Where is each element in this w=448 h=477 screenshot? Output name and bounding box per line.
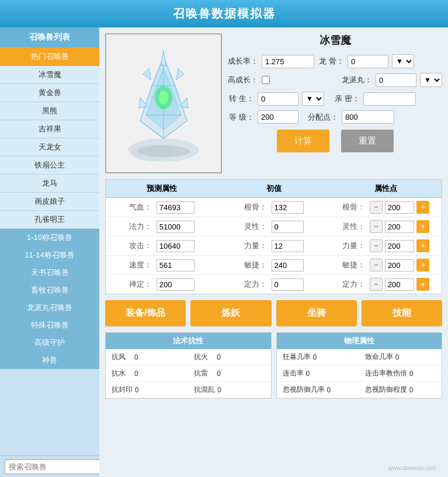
list-item: 狂暴几率0: [277, 349, 359, 365]
attr-col-pred: 预测属性: [106, 180, 218, 197]
increase-btn[interactable]: ＋: [416, 259, 429, 271]
point-cell: 敏捷： － ＋: [329, 259, 442, 271]
resist-label: 抗封印: [112, 385, 133, 395]
main-layout: 召唤兽列表 热门召唤兽 冰雪魔黄金兽黑熊吉祥果天龙女铁扇公主龙马画皮娘子孔雀明王…: [0, 27, 448, 477]
point-val-input[interactable]: [385, 278, 414, 291]
search-input[interactable]: [5, 459, 99, 474]
dragon-pill-select[interactable]: ▼: [420, 73, 442, 87]
resist-val: 0: [306, 370, 318, 378]
decrease-btn[interactable]: －: [370, 278, 383, 291]
sidebar-category[interactable]: 特殊召唤兽: [0, 316, 99, 334]
sidebar-item[interactable]: 龙马: [0, 175, 99, 193]
monster-image: [111, 39, 216, 168]
init-val-input[interactable]: [272, 201, 304, 214]
resist-label: 抗风: [112, 352, 132, 362]
mount-button[interactable]: 坐骑: [276, 300, 357, 326]
sidebar-category[interactable]: 1-10称召唤兽: [0, 229, 99, 246]
calc-button[interactable]: 计算: [277, 130, 329, 152]
point-val-input[interactable]: [385, 221, 414, 233]
point-val-input[interactable]: [385, 240, 414, 252]
table-row: 攻击： 力量： 力量： － ＋: [106, 236, 442, 256]
dragon-pill-input[interactable]: [376, 74, 416, 87]
growth-input[interactable]: [262, 55, 314, 68]
level-input[interactable]: [258, 110, 298, 124]
sidebar-category[interactable]: 天书召唤兽: [0, 264, 99, 281]
top-section: 冰雪魔 成长率： 龙 骨： ▼ 高成长： 龙涎丸：: [105, 33, 442, 173]
sidebar-category[interactable]: 畜牧召唤兽: [0, 281, 99, 299]
high-growth-label: 高成长：: [228, 75, 258, 85]
point-name: 力量：: [342, 241, 365, 251]
sidebar-item[interactable]: 铁扇公主: [0, 156, 99, 175]
sidebar-item[interactable]: 天龙女: [0, 138, 99, 156]
list-item: 忽视防御几率0: [277, 382, 359, 398]
rebirth-input[interactable]: [258, 92, 298, 106]
pred-val-input[interactable]: [157, 201, 195, 214]
skill-button[interactable]: 技能: [362, 300, 442, 326]
init-val-input[interactable]: [272, 240, 304, 252]
resist-label: 连击率: [283, 368, 304, 378]
sidebar-item[interactable]: 黑熊: [0, 102, 99, 120]
points-input[interactable]: [342, 110, 394, 124]
pred-val-input[interactable]: [157, 259, 195, 271]
pred-val-input[interactable]: [157, 221, 195, 233]
high-growth-checkbox[interactable]: [262, 76, 270, 84]
init-name: 灵性：: [244, 221, 267, 232]
decrease-btn[interactable]: －: [370, 201, 383, 214]
monster-name: 冰雪魔: [228, 33, 442, 47]
init-val-input[interactable]: [272, 278, 304, 291]
decrease-btn[interactable]: －: [370, 259, 383, 271]
pred-val-input[interactable]: [157, 278, 195, 291]
pred-val-input[interactable]: [157, 240, 195, 252]
resist-val: 0: [134, 353, 146, 361]
pred-cell: 攻击：: [106, 240, 218, 252]
point-val-input[interactable]: [385, 259, 414, 271]
resist-label: 忽视防御程度: [365, 385, 407, 395]
rebirth-select[interactable]: ▼: [302, 92, 324, 106]
sidebar-item[interactable]: 画皮娘子: [0, 193, 99, 211]
sidebar-item[interactable]: 黄金兽: [0, 84, 99, 102]
action-buttons: 装备/饰品 炼妖 坐骑 技能: [105, 300, 442, 326]
magic-resist-header: 法术抗性: [106, 333, 271, 349]
decrease-btn[interactable]: －: [370, 220, 383, 233]
resist-val: 0: [395, 353, 407, 361]
resist-val: 0: [409, 386, 421, 394]
sidebar-item[interactable]: 吉祥果: [0, 120, 99, 138]
svg-marker-9: [161, 51, 166, 65]
table-row: 法力： 灵性： 灵性： － ＋: [106, 217, 442, 236]
list-item: 致命几率0: [359, 349, 442, 365]
rebirth-row: 转 生： ▼ 亲 密：: [228, 92, 442, 106]
increase-btn[interactable]: ＋: [416, 201, 429, 214]
point-cell: 根骨： － ＋: [329, 201, 442, 214]
content-area: 冰雪魔 成长率： 龙 骨： ▼ 高成长： 龙涎丸：: [99, 27, 448, 477]
increase-btn[interactable]: ＋: [416, 239, 429, 252]
decrease-btn[interactable]: －: [370, 239, 383, 252]
init-val-input[interactable]: [272, 259, 304, 271]
resist-val: 0: [217, 386, 229, 394]
sidebar-category[interactable]: 高级守护: [0, 334, 99, 351]
refine-button[interactable]: 炼妖: [190, 300, 271, 326]
intimacy-input[interactable]: [363, 92, 416, 106]
table-row: 禅定： 定力： 定力： － ＋: [106, 275, 442, 294]
growth-row: 成长率： 龙 骨： ▼: [228, 54, 442, 68]
sidebar-item-hot[interactable]: 热门召唤兽: [0, 47, 99, 66]
action-row: 计算 重置: [228, 130, 442, 152]
resist-label: 抗混乱: [194, 385, 215, 395]
increase-btn[interactable]: ＋: [416, 278, 429, 291]
point-val-input[interactable]: [385, 201, 414, 214]
list-item: 抗封印0: [106, 382, 188, 398]
init-val-input[interactable]: [272, 221, 304, 233]
equip-button[interactable]: 装备/饰品: [105, 300, 186, 326]
sidebar-item[interactable]: 冰雪魔: [0, 66, 99, 84]
sidebar-category[interactable]: 11-14称召唤兽: [0, 246, 99, 264]
increase-btn[interactable]: ＋: [416, 220, 429, 233]
point-name: 根骨：: [342, 202, 365, 213]
dragon-bone-input[interactable]: [348, 55, 388, 68]
sidebar-category[interactable]: 龙涎丸召唤兽: [0, 299, 99, 316]
sidebar-category[interactable]: 神兽: [0, 351, 99, 369]
reset-button[interactable]: 重置: [341, 130, 394, 152]
sidebar-item[interactable]: 孔雀明王: [0, 211, 99, 229]
dragon-bone-select[interactable]: ▼: [392, 54, 414, 68]
resist-val: 0: [217, 353, 228, 361]
resist-val: 0: [217, 370, 228, 378]
point-name: 定力：: [342, 279, 365, 290]
